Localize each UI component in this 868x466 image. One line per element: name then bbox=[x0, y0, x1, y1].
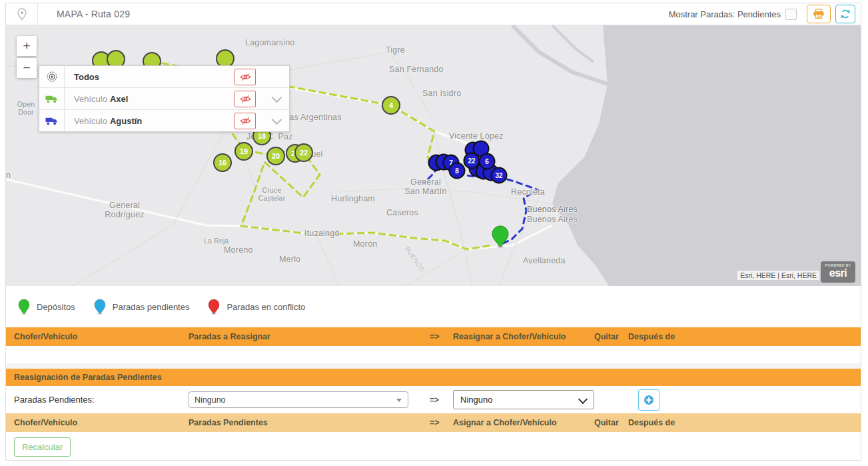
map-place-label: Recoleta bbox=[511, 187, 545, 197]
map-place-label: San Fernando bbox=[389, 65, 444, 74]
plus-circle-icon bbox=[644, 395, 654, 405]
assign-vehicle-select[interactable]: Ninguno bbox=[453, 390, 594, 409]
col-quitar: Quitar bbox=[594, 332, 628, 341]
blue-pin-icon bbox=[94, 299, 106, 315]
legend-pending-stops: Paradas pendientes bbox=[94, 299, 190, 315]
recalculate-button[interactable]: Recalcular bbox=[14, 437, 71, 457]
assign-arrow: => bbox=[430, 395, 453, 405]
esri-logo: POWERED BY esri bbox=[821, 261, 855, 283]
stop-marker-blue[interactable]: 6 bbox=[479, 153, 496, 170]
hide-vehicle-button[interactable] bbox=[234, 91, 256, 107]
map-place-label: Cruce Castelar bbox=[258, 186, 286, 202]
col-arrow: => bbox=[430, 418, 453, 427]
refresh-icon bbox=[840, 9, 851, 19]
vehicle-row-label: VehículoAgustín bbox=[65, 116, 234, 126]
map-place-label: Open Door bbox=[17, 100, 35, 116]
map-place-label: Caseros bbox=[386, 208, 418, 217]
map-place-label: Buenos Aires bbox=[527, 205, 578, 214]
map-pin-icon bbox=[6, 3, 38, 25]
reassign-table-empty-row bbox=[6, 346, 861, 363]
map-place-label: Tigre bbox=[386, 45, 405, 55]
chevron-down-icon bbox=[578, 395, 588, 404]
app-window: MAPA - Ruta 029 Mostrar Paradas: Pendien… bbox=[5, 3, 861, 461]
pending-stops-select[interactable]: Ninguno bbox=[189, 391, 408, 408]
pending-stops-select-value: Ninguno bbox=[195, 395, 226, 405]
legend-depots: Depósitos bbox=[18, 299, 75, 315]
map-place-label: Morón bbox=[353, 239, 377, 249]
map-place-label: Lagomarsino bbox=[245, 38, 294, 47]
map-place-label: Moreno bbox=[224, 245, 253, 255]
refresh-button[interactable] bbox=[835, 5, 855, 23]
map-place-label: Hurlingham bbox=[331, 194, 375, 203]
vehicle-row-agustin[interactable]: VehículoAgustín bbox=[39, 110, 289, 131]
truck-icon-blue bbox=[39, 110, 65, 131]
vehicle-panel: Todos bbox=[39, 65, 290, 132]
green-pin-icon bbox=[18, 299, 30, 315]
col-paradas-pendientes: Paradas Pendientes bbox=[189, 418, 430, 427]
stop-marker-blue[interactable]: 8 bbox=[449, 163, 466, 179]
stop-marker-green[interactable]: 20 bbox=[266, 147, 285, 165]
col-chofer-vehiculo: Chofer/Vehículo bbox=[6, 332, 189, 341]
col-despues-de: Después de bbox=[628, 332, 861, 341]
col-arrow: => bbox=[430, 332, 453, 341]
map-place-label: General Rodríguez bbox=[105, 201, 144, 219]
stop-marker-green[interactable]: 16 bbox=[213, 153, 232, 172]
show-stops-checkbox[interactable] bbox=[785, 9, 797, 20]
map-place-label: General San Martín bbox=[404, 177, 446, 196]
col-quitar: Quitar bbox=[594, 418, 628, 427]
reassign-table-header: Chofer/Vehículo Paradas a Reasignar => R… bbox=[6, 327, 861, 346]
truck-icon-green bbox=[39, 88, 65, 109]
eye-off-icon bbox=[240, 73, 251, 81]
stop-marker-green[interactable]: 22 bbox=[294, 143, 313, 162]
stop-marker-blue[interactable]: 22 bbox=[464, 153, 480, 169]
route-map[interactable]: + − Todos bbox=[6, 25, 861, 286]
col-despues-de: Después de bbox=[628, 418, 861, 427]
map-place-label: Avellaneda bbox=[523, 256, 566, 265]
section-gap bbox=[6, 363, 861, 369]
map-place-label: n bbox=[6, 171, 11, 180]
col-chofer-vehiculo: Chofer/Vehículo bbox=[6, 418, 189, 427]
map-legend: Depósitos Paradas pendientes Paradas en … bbox=[6, 286, 861, 327]
target-icon bbox=[39, 66, 65, 87]
vehicle-row-axel[interactable]: VehículoAxel bbox=[39, 88, 289, 110]
vehicle-row-todos[interactable]: Todos bbox=[39, 66, 289, 88]
pending-section-header: Reasignación de Paradas Pendientes bbox=[6, 369, 861, 386]
hide-all-button[interactable] bbox=[234, 69, 256, 85]
add-assignment-button[interactable] bbox=[638, 389, 659, 411]
pending-table-header: Chofer/Vehículo Paradas Pendientes => As… bbox=[6, 413, 861, 432]
vehicle-row-label: VehículoAxel bbox=[65, 94, 234, 104]
col-paradas-reasignar: Paradas a Reasignar bbox=[189, 332, 430, 341]
depot-pin[interactable] bbox=[492, 225, 509, 248]
expand-vehicle-button[interactable] bbox=[264, 119, 289, 123]
stop-marker-green[interactable]: 4 bbox=[382, 96, 400, 115]
map-place-label: San Isidro bbox=[422, 89, 461, 98]
legend-conflict-stops: Paradas en conflicto bbox=[208, 299, 305, 315]
show-stops-label: Mostrar Paradas: Pendientes bbox=[669, 9, 781, 19]
footer-row: Recalcular bbox=[6, 432, 861, 461]
zoom-in-button[interactable]: + bbox=[17, 36, 37, 56]
eye-off-icon bbox=[240, 117, 251, 125]
expand-vehicle-button[interactable] bbox=[264, 97, 289, 101]
map-place-label: Ituzaingó bbox=[304, 229, 340, 238]
river-water bbox=[552, 25, 861, 286]
col-reasignar-a: Reasignar a Chofer/Vehículo bbox=[453, 332, 594, 341]
red-pin-icon bbox=[208, 299, 220, 315]
stop-marker-blue[interactable]: 32 bbox=[491, 167, 508, 184]
hide-vehicle-button[interactable] bbox=[234, 113, 256, 129]
dropdown-arrow-icon bbox=[396, 399, 402, 402]
chevron-down-icon bbox=[271, 92, 282, 103]
map-place-label: Vicente López bbox=[449, 131, 504, 141]
map-place-label: Merlo bbox=[279, 255, 300, 264]
stop-marker-green[interactable]: 19 bbox=[234, 142, 253, 161]
title-bar: MAPA - Ruta 029 Mostrar Paradas: Pendien… bbox=[6, 3, 861, 25]
pending-stops-label: Paradas Pendientes: bbox=[6, 395, 189, 405]
chevron-down-icon bbox=[271, 114, 282, 125]
page-title: MAPA - Ruta 029 bbox=[57, 9, 130, 19]
zoom-out-button[interactable]: − bbox=[17, 58, 37, 78]
pending-controls-row: Paradas Pendientes: Ninguno => Ninguno bbox=[6, 386, 861, 413]
map-attribution: Esri, HERE | Esri, HERE bbox=[737, 271, 819, 280]
print-button[interactable] bbox=[807, 5, 831, 23]
printer-icon bbox=[813, 9, 825, 19]
vehicle-row-label: Todos bbox=[65, 72, 234, 82]
eye-off-icon bbox=[240, 95, 251, 103]
